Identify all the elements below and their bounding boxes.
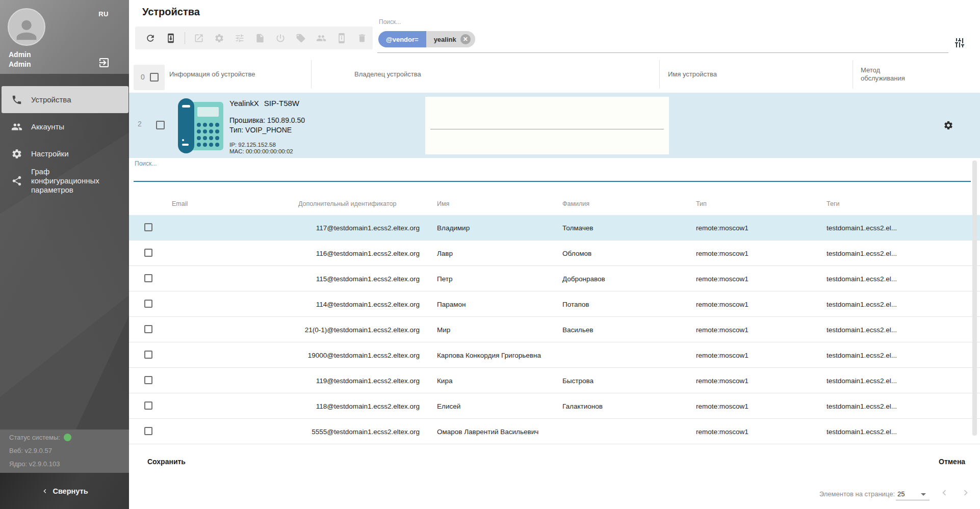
previous-page-button[interactable] [939,487,950,498]
table-row[interactable]: 116@testdomain1.ecss2.eltex.org Лавр Обл… [129,240,980,266]
device-owner-edit-field[interactable] [425,97,669,154]
device-info-icon [337,33,347,43]
collapse-sidebar-button[interactable]: Свернуть [0,473,129,509]
tag-button[interactable] [295,32,307,44]
cell-additional-id: 117@testdomain1.ecss2.eltex.org [221,224,420,231]
logout-icon [98,57,110,69]
cell-tags: testdomain1.ecss2.el... [827,275,897,282]
user-name-line1: Admin [9,50,31,60]
cell-first-name: Кира [437,377,452,384]
sidebar-item-accounts[interactable]: Аккаунты [0,113,129,140]
core-version: Ядро: v2.9.0.103 [9,460,60,468]
assign-users-button[interactable] [315,32,327,44]
device-settings-button[interactable] [213,32,225,44]
cancel-button[interactable]: Отмена [939,458,965,466]
cell-additional-id: 19000@testdomain1.ecss2.eltex.org [221,351,420,359]
device-info-button[interactable] [336,32,348,44]
service-method-settings-button[interactable] [943,120,953,130]
accounts-table: 117@testdomain1.ecss2.eltex.org Владимир… [129,215,980,444]
gear-icon [943,120,953,130]
close-icon: ✕ [463,36,468,43]
sidebar-item-settings[interactable]: Настройки [0,140,129,167]
search-input[interactable] [377,52,948,53]
refresh-button[interactable] [144,32,157,44]
chevron-right-icon [960,487,971,498]
sidebar: RU Admin Admin Устройства Аккаунты Настр… [0,0,129,509]
cell-tags: testdomain1.ecss2.el... [827,326,897,333]
table-row[interactable]: 21(0-1)@testdomain1.ecss2.eltex.org Мир … [129,317,980,342]
table-row[interactable]: 5555@testdomain1.ecss2.eltex.org Омаров … [129,419,980,444]
phone-icon [11,94,22,105]
column-email: Email [172,200,188,208]
people-icon [316,33,326,43]
power-button[interactable] [274,32,287,44]
main-content: Устройства Поиск... @vendor= yealink ✕ [129,0,980,509]
device-checkbox[interactable] [156,121,165,129]
row-checkbox[interactable] [144,300,152,308]
vertical-scrollbar[interactable] [972,160,977,436]
column-filter-button[interactable] [953,37,968,51]
sidebar-item-config-graph[interactable]: Граф конфигурационных параметров [0,167,129,195]
refresh-icon [145,33,156,43]
sidebar-menu: Устройства Аккаунты Настройки Граф конфи… [0,74,129,195]
row-checkbox[interactable] [144,274,152,282]
page-size-underline [896,500,930,500]
table-row[interactable]: 118@testdomain1.ecss2.eltex.org Елисей Г… [129,393,980,419]
row-checkbox[interactable] [144,325,152,333]
table-row[interactable]: 115@testdomain1.ecss2.eltex.org Петр Доб… [129,266,980,291]
tune-vertical-icon [953,37,966,49]
device-type: Тип: VOIP_PHONE [229,126,305,135]
device-ip: IP: 92.125.152.58 [229,142,305,148]
row-checkbox[interactable] [144,223,152,231]
delete-device-button[interactable] [356,32,368,44]
language-switcher[interactable]: RU [98,10,109,18]
edit-device-button[interactable] [193,32,205,44]
collapse-label: Свернуть [53,487,88,495]
table-row[interactable]: 117@testdomain1.ecss2.eltex.org Владимир… [129,215,980,240]
table-row[interactable]: 114@testdomain1.ecss2.eltex.org Парамон … [129,291,980,317]
select-all-checkbox[interactable] [150,73,159,82]
row-checkbox[interactable] [144,427,152,435]
cell-type: remote:moscow1 [696,224,749,231]
column-type: Тип [696,200,707,208]
row-checkbox[interactable] [144,376,152,384]
owner-search-input[interactable] [134,181,971,182]
column-last-name: Фамилия [562,200,589,208]
column-tags: Теги [827,200,839,208]
column-divider [659,60,660,89]
save-button[interactable]: Сохранить [147,458,186,466]
next-page-button[interactable] [960,487,971,498]
row-checkbox[interactable] [144,249,152,257]
column-device-name: Имя устройства [668,70,717,78]
user-name: Admin Admin [9,50,31,69]
logout-button[interactable] [98,57,110,69]
cell-first-name: Владимир [437,224,470,231]
page-size-select[interactable]: 25 [897,490,905,498]
tune-icon [235,33,245,43]
device-row[interactable]: 2 YealinkX SIP-T58W Прошивка: 150.89.0.5… [129,93,980,158]
sidebar-item-devices[interactable]: Устройства [2,86,128,113]
device-toolbar [135,26,373,49]
tune-parameters-button[interactable] [234,32,246,44]
row-checkbox[interactable] [144,351,152,359]
table-row[interactable]: 119@testdomain1.ecss2.eltex.org Кира Быс… [129,368,980,393]
table-row[interactable]: 19000@testdomain1.ecss2.eltex.org Карпов… [129,342,980,368]
column-device-info: Информация об устройстве [169,70,255,78]
cell-type: remote:moscow1 [696,300,749,308]
sidebar-item-label: Устройства [31,95,71,104]
column-service-method: Метод обслуживания [861,66,919,83]
row-checkbox[interactable] [144,401,152,410]
cell-last-name: Васильев [562,326,593,333]
phone-screen [197,107,219,117]
avatar[interactable] [8,8,45,46]
copy-config-button[interactable] [254,32,266,44]
power-icon [275,33,286,43]
device-update-button[interactable] [165,32,177,44]
chevron-down-icon[interactable] [921,493,926,496]
chip-close-button[interactable]: ✕ [460,34,471,44]
cell-tags: testdomain1.ecss2.el... [827,224,897,231]
search-filter-chip[interactable]: @vendor= yealink ✕ [378,31,475,47]
cell-type: remote:moscow1 [696,249,749,257]
column-divider [853,60,853,89]
search-placeholder: Поиск... [379,18,401,25]
